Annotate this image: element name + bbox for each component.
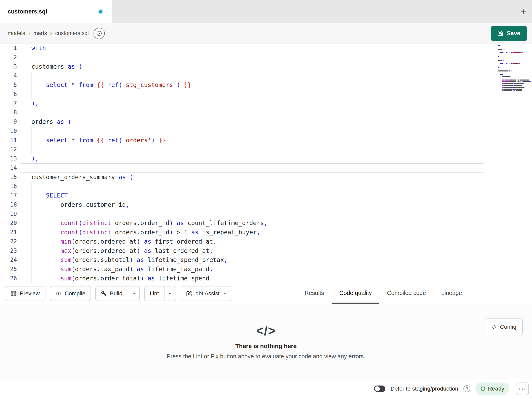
breadcrumb-item-file[interactable]: customers.sql — [55, 30, 89, 36]
breadcrumb-separator: › — [28, 30, 30, 36]
overflow-menu-button[interactable]: ⋯ — [516, 383, 529, 395]
build-button[interactable]: Build — [96, 287, 127, 300]
breadcrumb-item-models[interactable]: models — [8, 30, 25, 36]
line-number[interactable]: 15 — [0, 173, 20, 182]
code-line[interactable]: 8 — [0, 108, 484, 117]
code-text: select * from {{ ref('stg_customers') }} — [20, 80, 484, 90]
code-line[interactable]: 3customers as ( — [0, 62, 484, 71]
result-tab-compiled-code[interactable]: Compiled code — [379, 283, 433, 304]
code-token: as — [119, 174, 126, 181]
config-button[interactable]: Config — [485, 319, 523, 335]
code-line[interactable]: 24 sum(orders.subtotal) as lifetime_spen… — [0, 255, 484, 265]
code-editor[interactable]: 1with23customers as (45 select * from {{… — [0, 44, 532, 283]
build-dropdown-button[interactable] — [128, 287, 139, 300]
line-number[interactable]: 18 — [0, 200, 20, 209]
file-info-button[interactable] — [94, 28, 105, 39]
code-token: orders.tax_paid — [75, 266, 130, 273]
code-token — [93, 137, 97, 144]
compile-button[interactable]: Compile — [50, 286, 91, 301]
line-number[interactable]: 24 — [0, 255, 20, 265]
code-line[interactable]: 21 count(distinct orders.order_id) > 1 a… — [0, 228, 484, 237]
code-token: ( — [68, 118, 71, 125]
line-number[interactable]: 22 — [0, 237, 20, 246]
code-token: orders.customer_id — [61, 201, 126, 208]
indent-guide — [31, 145, 32, 154]
code-line[interactable]: 13), — [0, 154, 484, 163]
line-number[interactable]: 8 — [0, 108, 20, 117]
code-line[interactable]: 18 orders.customer_id, — [0, 200, 484, 209]
defer-toggle[interactable] — [374, 385, 385, 392]
line-number[interactable]: 5 — [0, 80, 20, 90]
code-line[interactable]: 19 — [0, 209, 484, 219]
code-line[interactable]: 22 min(orders.ordered_at) as first_order… — [0, 237, 484, 246]
code-line[interactable]: 7), — [0, 99, 484, 108]
wrench-icon — [101, 291, 107, 296]
config-label: Config — [500, 324, 516, 330]
save-button[interactable]: Save — [491, 26, 527, 41]
line-number[interactable]: 10 — [0, 126, 20, 136]
code-token: , — [213, 238, 217, 245]
lint-button[interactable]: Lint — [145, 287, 164, 300]
code-line[interactable]: 1with — [0, 44, 484, 53]
line-number[interactable]: 20 — [0, 218, 20, 228]
line-number[interactable]: 19 — [0, 209, 20, 219]
file-tab-customers-sql[interactable]: customers.sql — [0, 0, 112, 23]
lint-dropdown-button[interactable] — [165, 287, 176, 300]
line-number[interactable]: 6 — [0, 90, 20, 99]
code-line[interactable]: 17 SELECT — [0, 191, 484, 200]
code-token: sum — [61, 275, 71, 282]
code-line[interactable]: 26 sum(orders.order_total) as lifetime_s… — [0, 274, 484, 283]
line-number[interactable]: 23 — [0, 246, 20, 255]
code-line[interactable]: 25 sum(orders.tax_paid) as lifetime_tax_… — [0, 265, 484, 274]
line-number[interactable]: 14 — [0, 163, 20, 173]
breadcrumb-item-marts[interactable]: marts — [33, 30, 47, 36]
code-line[interactable]: 11 select * from {{ ref('orders') }} — [0, 136, 484, 145]
defer-label: Defer to staging/production — [391, 385, 458, 392]
line-number[interactable]: 25 — [0, 265, 20, 274]
line-number[interactable]: 7 — [0, 99, 20, 108]
code-token: }} — [158, 137, 166, 144]
code-line[interactable]: 4 — [0, 71, 484, 80]
code-text — [20, 90, 484, 99]
code-token: as — [144, 238, 151, 245]
result-tab-code-quality[interactable]: Code quality — [332, 283, 379, 304]
line-number[interactable]: 11 — [0, 136, 20, 145]
code-line[interactable]: 6 — [0, 90, 484, 99]
code-token: ( — [71, 238, 75, 245]
line-number[interactable]: 21 — [0, 228, 20, 237]
line-number[interactable]: 9 — [0, 117, 20, 126]
line-number[interactable]: 13 — [0, 154, 20, 163]
result-tab-lineage[interactable]: Lineage — [434, 283, 470, 304]
line-number[interactable]: 16 — [0, 182, 20, 191]
code-line[interactable]: 12 — [0, 145, 484, 154]
code-line[interactable]: 10 — [0, 126, 484, 136]
preview-button[interactable]: Preview — [5, 286, 45, 301]
code-line[interactable]: 9orders as ( — [0, 117, 484, 126]
line-number[interactable]: 17 — [0, 191, 20, 200]
code-text: customers as ( — [20, 62, 484, 71]
code-token: ( — [79, 219, 82, 227]
result-tab-results[interactable]: Results — [297, 283, 332, 304]
build-label: Build — [110, 290, 122, 297]
line-number[interactable]: 26 — [0, 274, 20, 283]
code-token: lifetime_spend — [155, 275, 209, 282]
code-line[interactable]: 16 — [0, 182, 484, 191]
line-number[interactable]: 2 — [0, 53, 20, 62]
line-number[interactable]: 4 — [0, 71, 20, 80]
code-line[interactable]: 15customer_orders_summary as ( — [0, 173, 484, 182]
dbt-assist-button[interactable]: dbt Assist — [181, 286, 233, 301]
line-number[interactable]: 12 — [0, 145, 20, 154]
code-line[interactable]: 14 — [0, 163, 484, 173]
new-tab-button[interactable]: + — [520, 7, 526, 16]
minimap[interactable] — [498, 45, 529, 92]
code-line[interactable]: 23 max(orders.ordered_at) as last_ordere… — [0, 246, 484, 255]
status-bar: Defer to staging/production ? Ready ⋯ — [0, 379, 532, 398]
help-icon[interactable]: ? — [463, 385, 470, 392]
code-line[interactable]: 2 — [0, 53, 484, 62]
code-line[interactable]: 5 select * from {{ ref('stg_customers') … — [0, 80, 484, 90]
line-number[interactable]: 3 — [0, 62, 20, 71]
code-token: orders.ordered_at — [75, 247, 137, 254]
line-number[interactable]: 1 — [0, 44, 20, 53]
code-line[interactable]: 20 count(distinct orders.order_id) as co… — [0, 218, 484, 228]
indent-guide — [46, 200, 46, 209]
